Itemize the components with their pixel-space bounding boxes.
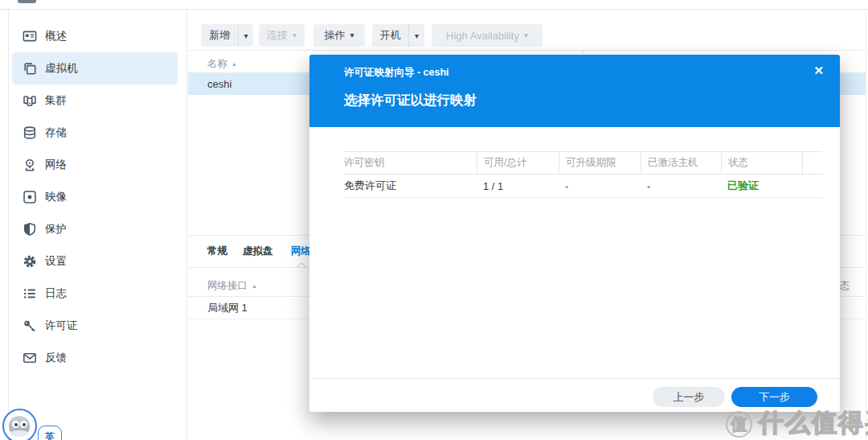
- activated-host-cell: -: [641, 175, 721, 197]
- license-mapping-wizard-dialog: 许可证映射向导 - ceshi ✕ 选择许可证以进行映射 许可密钥 可用/总计 …: [309, 55, 840, 412]
- next-step-button[interactable]: 下一步: [731, 387, 817, 407]
- status-column-header[interactable]: 状态: [721, 152, 802, 174]
- caret-down-icon: ▾: [244, 31, 248, 40]
- vm-list-name-header-label: 名称: [207, 57, 227, 71]
- connect-button: 连接 ▾: [259, 24, 305, 47]
- add-split-button: 新增 ▾: [201, 24, 253, 47]
- close-icon[interactable]: ✕: [813, 64, 824, 78]
- sidebar-item-log[interactable]: 日志: [12, 278, 178, 310]
- network-interface-header[interactable]: 网络接口 ▲: [207, 277, 257, 294]
- empty-column-header: [802, 152, 822, 174]
- sidebar-item-settings[interactable]: 设置: [12, 245, 178, 278]
- status-verified-badge: 已验证: [721, 175, 802, 197]
- sort-ascending-icon: ▲: [231, 61, 237, 67]
- active-tab-notch: [294, 261, 309, 267]
- network-icon: [23, 158, 37, 172]
- sidebar-item-image[interactable]: 映像: [12, 181, 178, 213]
- caret-down-icon: ▾: [293, 31, 297, 39]
- sidebar-item-label: 许可证: [45, 319, 78, 333]
- add-dropdown-arrow[interactable]: ▾: [238, 24, 253, 47]
- network-interface-row[interactable]: 局域网 1: [207, 299, 248, 317]
- feedback-icon: [23, 351, 37, 365]
- power-on-button[interactable]: 开机: [372, 24, 408, 47]
- dialog-step-heading: 选择许可证以进行映射: [344, 92, 477, 109]
- sidebar-item-label: 概述: [45, 29, 67, 43]
- sidebar-item-cluster[interactable]: 集群: [12, 84, 178, 117]
- tab-virtual-disk[interactable]: 虚拟盘: [243, 245, 273, 261]
- storage-icon: [23, 125, 37, 140]
- upgrade-period-column-header[interactable]: 可升级期限: [559, 152, 641, 174]
- high-availability-button: High Availability ▾: [432, 24, 542, 47]
- previous-step-button[interactable]: 上一步: [653, 387, 725, 407]
- empty-cell: [802, 175, 822, 197]
- sidebar-item-protection[interactable]: 保护: [12, 213, 178, 245]
- virtual-machine-icon: [23, 61, 37, 76]
- cluster-icon: [23, 93, 37, 108]
- dialog-footer: 上一步 下一步: [309, 378, 840, 412]
- dialog-title: 许可证映射向导 - ceshi: [344, 66, 449, 80]
- sidebar-item-label: 虚拟机: [45, 61, 78, 76]
- license-key-cell: 免费许可证: [344, 175, 477, 197]
- tab-network[interactable]: 网络: [291, 245, 311, 261]
- overview-icon: [23, 29, 37, 43]
- connect-button-label: 连接: [267, 28, 288, 43]
- sidebar-item-label: 映像: [45, 190, 67, 204]
- watermark-badge-icon: 值: [726, 411, 752, 438]
- tab-general[interactable]: 常规: [207, 245, 227, 261]
- avatar-mouth: [10, 430, 28, 437]
- vm-row-name: ceshi: [207, 78, 231, 90]
- avatar-eye: [20, 421, 27, 428]
- window-right-divider: [866, 9, 866, 440]
- sidebar-item-overview[interactable]: 概述: [12, 20, 178, 52]
- window-tab-fragment: [18, 0, 36, 3]
- sidebar-item-label: 网络: [45, 158, 67, 172]
- license-table-row[interactable]: 免费许可证 1 / 1 - - 已验证: [344, 175, 822, 198]
- sidebar: 概述 虚拟机 集群 存储 网络: [9, 10, 187, 440]
- sidebar-item-feedback[interactable]: 反馈: [12, 342, 178, 374]
- activated-host-column-header[interactable]: 已激活主机: [641, 152, 721, 174]
- license-table-header-row: 许可密钥 可用/总计 可升级期限 已激活主机 状态: [344, 151, 822, 175]
- settings-icon: [23, 254, 37, 269]
- caret-down-icon: ▾: [350, 31, 354, 39]
- action-button[interactable]: 操作 ▾: [313, 24, 365, 47]
- power-on-split-button: 开机 ▾: [372, 24, 424, 47]
- license-key-column-header[interactable]: 许可密钥: [344, 152, 477, 174]
- log-icon: [23, 286, 37, 301]
- upgrade-period-cell: -: [559, 175, 641, 197]
- toolbar-divider: [188, 50, 866, 51]
- sidebar-item-storage[interactable]: 存储: [12, 117, 178, 149]
- avatar-eye: [12, 421, 19, 428]
- available-total-cell: 1 / 1: [477, 175, 559, 197]
- sidebar-item-license[interactable]: 许可证: [12, 310, 178, 342]
- sidebar-item-label: 集群: [45, 93, 67, 108]
- sidebar-item-network[interactable]: 网络: [12, 149, 178, 181]
- sidebar-item-label: 存储: [45, 125, 67, 140]
- high-availability-button-label: High Availability: [446, 30, 519, 42]
- sidebar-item-label: 反馈: [45, 351, 67, 365]
- license-table: 许可密钥 可用/总计 可升级期限 已激活主机 状态 免费许可证 1 / 1 - …: [344, 151, 822, 198]
- caret-down-icon: ▾: [415, 31, 419, 40]
- sidebar-item-label: 保护: [45, 222, 67, 236]
- network-interface-header-label: 网络接口: [207, 279, 248, 293]
- network-interface-name: 局域网 1: [207, 301, 248, 315]
- available-total-column-header[interactable]: 可用/总计: [477, 152, 559, 174]
- sidebar-item-label: 日志: [45, 286, 67, 301]
- vm-list-name-header[interactable]: 名称 ▲: [207, 55, 237, 72]
- sort-ascending-icon: ▲: [252, 283, 257, 289]
- vmm-app-window: 概述 虚拟机 集群 存储 网络: [0, 0, 868, 440]
- caret-down-icon: ▾: [524, 31, 528, 39]
- avatar[interactable]: [2, 409, 37, 440]
- add-button[interactable]: 新增: [201, 24, 238, 47]
- protection-icon: [23, 222, 37, 236]
- dialog-header: 许可证映射向导 - ceshi ✕ 选择许可证以进行映射: [309, 55, 840, 127]
- sidebar-item-label: 设置: [45, 254, 67, 269]
- action-button-label: 操作: [324, 28, 345, 43]
- sidebar-item-virtual-machine[interactable]: 虚拟机: [12, 52, 178, 84]
- license-key-icon: [23, 319, 37, 333]
- power-on-dropdown-arrow[interactable]: ▾: [408, 24, 424, 47]
- image-icon: [23, 190, 37, 204]
- user-language-badge[interactable]: 英: [38, 426, 62, 440]
